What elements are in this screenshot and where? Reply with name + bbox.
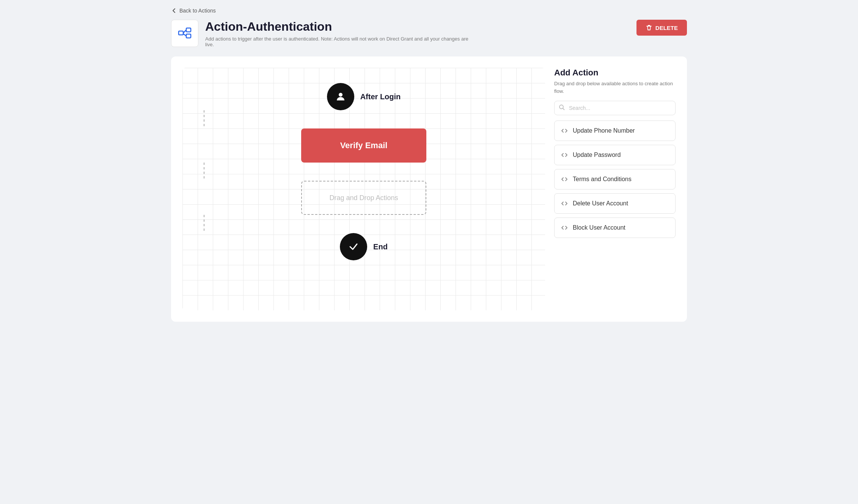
flow-icon [177, 26, 192, 41]
search-input[interactable] [554, 101, 676, 115]
page-icon-box [171, 20, 198, 47]
start-node-circle [327, 83, 354, 110]
action-item-label-block-user: Block User Account [573, 224, 625, 231]
page-header: Action-Authentication Add actions to tri… [171, 20, 687, 47]
arrow-left-icon [171, 8, 177, 14]
action-item-block-user[interactable]: Block User Account [554, 218, 676, 238]
action-item-label-delete-user: Delete User Account [573, 200, 628, 207]
search-icon [559, 104, 565, 112]
delete-button[interactable]: DELETE [636, 20, 687, 36]
action-item-label-update-phone: Update Phone Number [573, 127, 635, 134]
end-node-circle [340, 233, 367, 260]
drop-zone[interactable]: Drag and Drop Actions [301, 181, 426, 215]
code-icon [561, 175, 568, 183]
svg-rect-1 [186, 28, 191, 32]
flow-canvas: After Login Verify Email Drag and Drop A… [182, 68, 545, 310]
action-item-label-terms-conditions: Terms and Conditions [573, 176, 632, 183]
start-node-label: After Login [360, 92, 401, 101]
page-description: Add actions to trigger after the user is… [205, 36, 471, 47]
back-link[interactable]: Back to Actions [171, 8, 216, 14]
page-title: Action-Authentication [205, 20, 471, 34]
start-node: After Login [327, 83, 401, 110]
drop-zone-label: Drag and Drop Actions [329, 194, 398, 202]
end-node-label: End [373, 243, 388, 251]
user-icon [335, 91, 347, 103]
header-left: Action-Authentication Add actions to tri… [171, 20, 471, 47]
main-content: After Login Verify Email Drag and Drop A… [171, 56, 687, 322]
svg-rect-2 [186, 34, 191, 38]
svg-line-7 [563, 108, 564, 110]
svg-line-3 [183, 30, 186, 33]
action-item-terms-conditions[interactable]: Terms and Conditions [554, 169, 676, 189]
action-item-label-update-password: Update Password [573, 152, 621, 158]
action-item-delete-user[interactable]: Delete User Account [554, 193, 676, 214]
sidebar: Add Action Drag and drop below available… [554, 68, 676, 310]
action-node-label: Verify Email [340, 141, 388, 150]
end-node: End [340, 233, 388, 260]
connector-1 [204, 110, 204, 128]
check-icon [348, 241, 359, 252]
action-node[interactable]: Verify Email [301, 128, 426, 163]
code-icon [561, 224, 568, 232]
back-label: Back to Actions [179, 8, 216, 14]
svg-rect-0 [179, 31, 183, 35]
connector-2 [204, 163, 204, 181]
search-box [554, 101, 676, 115]
connector-3 [204, 215, 204, 233]
code-icon [561, 127, 568, 135]
action-list: Update Phone Number Update Password Term… [554, 121, 676, 238]
sidebar-subtitle: Drag and drop below available actions to… [554, 80, 676, 95]
delete-label: DELETE [655, 25, 678, 31]
sidebar-title: Add Action [554, 68, 676, 78]
header-text: Action-Authentication Add actions to tri… [205, 20, 471, 47]
action-item-update-password[interactable]: Update Password [554, 145, 676, 165]
svg-point-5 [339, 93, 343, 97]
action-item-update-phone[interactable]: Update Phone Number [554, 121, 676, 141]
code-icon [561, 200, 568, 207]
code-icon [561, 151, 568, 159]
trash-icon [646, 24, 652, 31]
